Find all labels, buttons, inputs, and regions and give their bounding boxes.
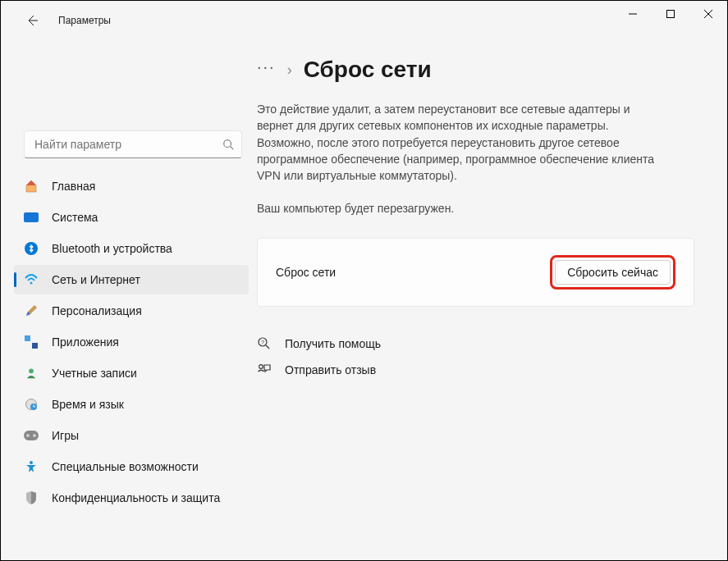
sidebar-item-label: Система bbox=[52, 211, 98, 224]
accessibility-icon bbox=[24, 459, 39, 474]
app-title: Параметры bbox=[58, 15, 111, 26]
sidebar-item-network[interactable]: Сеть и Интернет bbox=[14, 265, 249, 294]
sidebar-item-bluetooth[interactable]: Bluetooth и устройства bbox=[14, 234, 249, 263]
help-icon: ? bbox=[257, 336, 272, 351]
sidebar-item-label: Учетные записи bbox=[52, 367, 137, 380]
search-input[interactable] bbox=[24, 130, 242, 158]
sidebar-item-label: Время и язык bbox=[52, 398, 124, 411]
paintbrush-icon bbox=[24, 303, 39, 318]
sidebar-item-label: Сеть и Интернет bbox=[52, 273, 140, 286]
feedback-icon bbox=[257, 363, 272, 377]
sidebar-item-label: Персонализация bbox=[52, 304, 142, 317]
sidebar: Главная Система Bluetooth и устройства С… bbox=[1, 40, 255, 560]
get-help-label: Получить помощь bbox=[285, 337, 381, 350]
svg-point-14 bbox=[259, 365, 263, 369]
sidebar-item-apps[interactable]: Приложения bbox=[14, 327, 249, 357]
page-title: Сброс сети bbox=[304, 57, 432, 83]
footer-links: ? Получить помощь Отправить отзыв bbox=[257, 336, 694, 377]
svg-point-6 bbox=[30, 282, 33, 285]
svg-line-5 bbox=[231, 147, 234, 150]
sidebar-item-label: Главная bbox=[52, 180, 95, 193]
bluetooth-icon bbox=[24, 241, 39, 256]
search-icon bbox=[222, 139, 234, 150]
sidebar-item-label: Игры bbox=[52, 429, 79, 442]
sidebar-item-gaming[interactable]: Игры bbox=[14, 421, 249, 450]
sidebar-item-label: Приложения bbox=[52, 335, 119, 349]
person-icon bbox=[24, 366, 39, 381]
sidebar-item-system[interactable]: Система bbox=[14, 203, 249, 232]
sidebar-item-label: Bluetooth и устройства bbox=[52, 242, 172, 255]
apps-icon bbox=[24, 335, 39, 349]
svg-text:?: ? bbox=[261, 340, 264, 345]
breadcrumb-ellipsis[interactable]: ··· bbox=[257, 58, 276, 75]
main-content: ··· › Сброс сети Это действие удалит, а … bbox=[255, 40, 727, 560]
sidebar-item-privacy[interactable]: Конфиденциальность и защита bbox=[14, 483, 249, 513]
feedback-link[interactable]: Отправить отзыв bbox=[257, 363, 694, 377]
sidebar-item-label: Конфиденциальность и защита bbox=[52, 491, 220, 504]
sidebar-item-personalization[interactable]: Персонализация bbox=[14, 296, 249, 326]
svg-rect-1 bbox=[667, 11, 675, 18]
back-button[interactable] bbox=[17, 6, 47, 35]
maximize-button[interactable] bbox=[652, 1, 689, 27]
sidebar-item-home[interactable]: Главная bbox=[14, 171, 249, 201]
close-button[interactable] bbox=[689, 1, 727, 27]
reset-card: Сброс сети Сбросить сейчас bbox=[257, 238, 694, 307]
home-icon bbox=[24, 179, 39, 194]
restart-note: Ваш компьютер будет перезагружен. bbox=[257, 202, 694, 215]
search-field-wrap bbox=[24, 130, 242, 158]
sidebar-item-label: Специальные возможности bbox=[52, 460, 199, 473]
feedback-label: Отправить отзыв bbox=[285, 363, 376, 376]
gamepad-icon bbox=[24, 428, 39, 443]
wifi-icon bbox=[24, 272, 39, 287]
reset-card-label: Сброс сети bbox=[276, 266, 336, 279]
svg-point-7 bbox=[29, 369, 34, 374]
breadcrumb: ··· › Сброс сети bbox=[257, 57, 694, 83]
window-controls bbox=[614, 1, 727, 27]
svg-point-4 bbox=[224, 140, 231, 148]
minimize-button[interactable] bbox=[614, 1, 652, 27]
sidebar-nav: Главная Система Bluetooth и устройства С… bbox=[14, 171, 255, 513]
reset-description: Это действие удалит, а затем переустанов… bbox=[257, 101, 667, 184]
chevron-right-icon: › bbox=[287, 62, 292, 79]
sidebar-item-accounts[interactable]: Учетные записи bbox=[14, 358, 249, 388]
svg-point-10 bbox=[30, 461, 33, 464]
reset-now-button[interactable]: Сбросить сейчас bbox=[555, 260, 671, 285]
globe-clock-icon bbox=[24, 397, 39, 412]
title-bar: Параметры bbox=[1, 1, 727, 40]
highlight-annotation: Сбросить сейчас bbox=[550, 255, 675, 290]
shield-icon bbox=[24, 490, 39, 505]
system-icon bbox=[24, 210, 39, 225]
sidebar-item-accessibility[interactable]: Специальные возможности bbox=[14, 452, 249, 481]
svg-line-12 bbox=[266, 345, 269, 349]
get-help-link[interactable]: ? Получить помощь bbox=[257, 336, 694, 351]
sidebar-item-time-language[interactable]: Время и язык bbox=[14, 390, 249, 419]
